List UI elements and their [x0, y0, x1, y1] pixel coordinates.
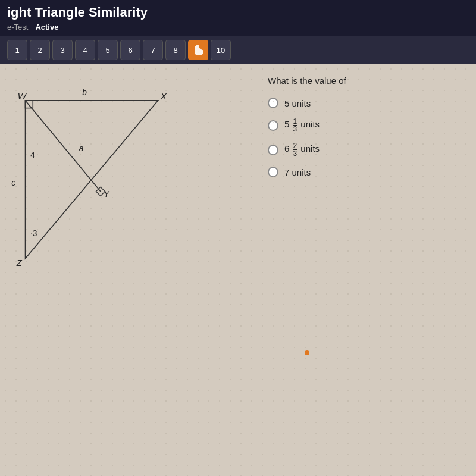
svg-text:c: c	[11, 178, 15, 187]
option-a-text: 5 units	[284, 98, 311, 108]
radio-d[interactable]	[268, 167, 278, 177]
nav-btn-10[interactable]: 10	[211, 40, 231, 60]
svg-text:Z: Z	[16, 258, 23, 268]
nav-btn-4[interactable]: 4	[75, 40, 95, 60]
active-label: Active	[35, 23, 58, 32]
page-title: ight Triangle Similarity	[7, 5, 469, 23]
triangle-diagram: W X Z Y c b a 4 ·3	[0, 82, 202, 284]
nav-btn-7[interactable]: 7	[143, 40, 163, 60]
svg-text:Y: Y	[104, 189, 110, 199]
nav-btn-6[interactable]: 6	[120, 40, 140, 60]
option-c-text: 6 23 units	[284, 142, 320, 157]
option-b[interactable]: 5 13 units	[268, 118, 464, 133]
subtitle-row: e-Test Active	[7, 23, 469, 36]
nav-btn-9[interactable]	[188, 40, 208, 60]
dot-decoration	[305, 350, 309, 355]
radio-a[interactable]	[268, 98, 278, 108]
svg-text:·3: ·3	[30, 228, 37, 238]
question-text: What is the value of	[268, 76, 464, 86]
svg-text:4: 4	[30, 150, 35, 159]
option-c[interactable]: 6 23 units	[268, 142, 464, 157]
pre-test-label: e-Test	[7, 23, 28, 32]
question-panel: What is the value of 5 units 5 13 units …	[262, 64, 476, 476]
header: ight Triangle Similarity e-Test Active	[0, 0, 476, 36]
option-d-text: 7 units	[284, 167, 311, 177]
diagram-panel: W X Z Y c b a 4 ·3	[0, 64, 262, 476]
radio-c[interactable]	[268, 145, 278, 155]
nav-btn-5[interactable]: 5	[98, 40, 118, 60]
svg-text:X: X	[160, 92, 167, 101]
nav-row: 1 2 3 4 5 6 7 8 10	[0, 36, 476, 64]
svg-text:a: a	[79, 143, 84, 153]
svg-text:b: b	[82, 87, 87, 97]
option-b-text: 5 13 units	[284, 118, 320, 133]
main-content: W X Z Y c b a 4 ·3 What is the valu	[0, 64, 476, 476]
nav-btn-3[interactable]: 3	[52, 40, 73, 60]
option-d[interactable]: 7 units	[268, 167, 464, 177]
svg-text:W: W	[18, 92, 27, 101]
svg-line-2	[26, 101, 102, 192]
nav-btn-1[interactable]: 1	[7, 40, 27, 60]
radio-b[interactable]	[268, 120, 278, 131]
nav-btn-2[interactable]: 2	[30, 40, 50, 60]
nav-btn-8[interactable]: 8	[165, 40, 186, 60]
option-a[interactable]: 5 units	[268, 98, 464, 108]
